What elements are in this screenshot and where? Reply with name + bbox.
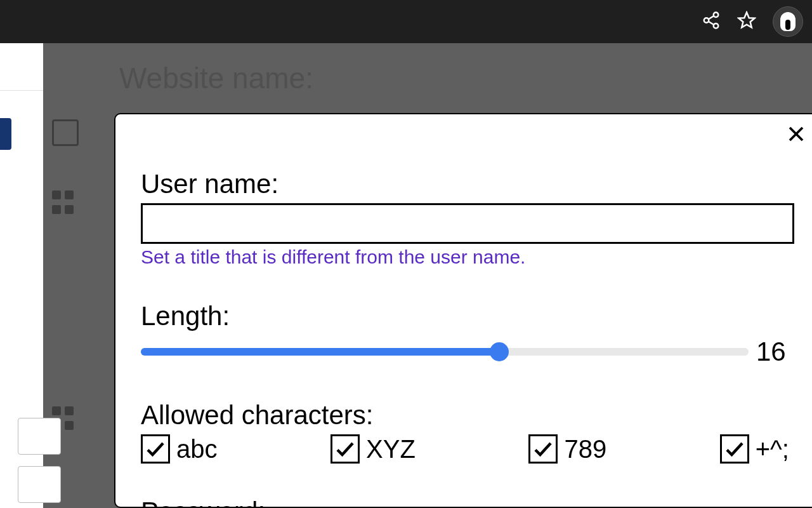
svg-point-1 <box>704 18 709 23</box>
allowed-characters-row: abc XYZ 789 +^; <box>141 434 794 464</box>
svg-line-4 <box>709 22 714 25</box>
background-sidebar-icons <box>52 119 79 432</box>
password-extension-icon[interactable] <box>773 6 803 37</box>
background-heading: Website name: <box>119 61 313 95</box>
extension-overlay: Website name: User name: Set a title tha… <box>43 43 812 508</box>
left-edge-chip <box>0 118 11 150</box>
star-icon[interactable] <box>737 11 756 32</box>
check-lowercase[interactable]: abc <box>141 434 218 464</box>
svg-point-2 <box>714 23 719 29</box>
close-button[interactable] <box>787 124 806 146</box>
page-tab-stripe <box>0 43 43 91</box>
checkbox-icon[interactable] <box>331 434 360 464</box>
check-digits-label: 789 <box>564 435 606 464</box>
svg-point-0 <box>714 13 719 18</box>
check-uppercase[interactable]: XYZ <box>331 434 416 464</box>
length-row: 16 <box>141 337 794 367</box>
browser-toolbar <box>0 0 812 43</box>
check-uppercase-label: XYZ <box>366 435 416 464</box>
allowed-label: Allowed characters: <box>141 400 794 431</box>
username-input[interactable] <box>141 203 794 244</box>
username-hint: Set a title that is different from the u… <box>141 246 794 268</box>
checkbox-icon[interactable] <box>528 434 558 464</box>
svg-marker-5 <box>739 13 755 28</box>
password-label: Password: <box>141 497 794 508</box>
bg-icon-2 <box>52 190 77 216</box>
length-value: 16 <box>756 337 794 367</box>
check-symbols[interactable]: +^; <box>720 434 789 464</box>
checkbox-icon[interactable] <box>141 434 170 464</box>
share-icon[interactable] <box>702 11 721 32</box>
length-label: Length: <box>141 301 794 331</box>
username-label: User name: <box>141 169 794 199</box>
check-digits[interactable]: 789 <box>528 434 606 464</box>
length-slider[interactable] <box>141 344 749 359</box>
check-symbols-label: +^; <box>756 435 789 464</box>
checkbox-icon[interactable] <box>720 434 749 464</box>
password-generator-modal: User name: Set a title that is different… <box>114 113 812 508</box>
bg-icon-1 <box>52 119 79 146</box>
check-lowercase-label: abc <box>176 435 218 464</box>
svg-line-3 <box>709 16 714 19</box>
background-inputs <box>18 418 61 503</box>
